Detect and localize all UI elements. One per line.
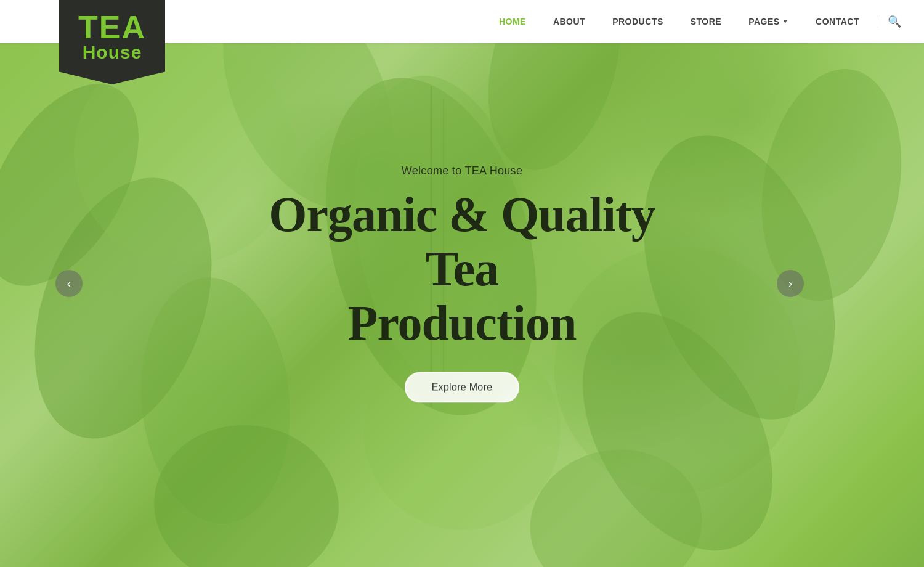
explore-more-button[interactable]: Explore More [405,372,520,403]
nav-item-contact[interactable]: CONTACT [802,0,873,43]
logo-tea: TEA [78,11,146,43]
carousel-next-button[interactable]: › [777,270,804,297]
search-icon: 🔍 [888,15,901,28]
nav-item-home[interactable]: HOME [485,0,540,43]
logo[interactable]: TEA House [59,0,165,84]
hero-title: Organic & Quality Tea Production [246,187,678,350]
logo-house: House [83,43,142,62]
nav-item-products[interactable]: PRODUCTS [599,0,677,43]
nav-item-pages[interactable]: PAGES ▼ [735,0,802,43]
hero-title-line2: Production [348,296,577,350]
hero-welcome-text: Welcome to TEA House [246,165,678,177]
nav-item-about[interactable]: ABOUT [540,0,599,43]
main-nav: HOME ABOUT PRODUCTS STORE PAGES ▼ CONTAC… [485,0,924,43]
hero-title-line1: Organic & Quality Tea [269,187,655,296]
site-header: TEA House HOME ABOUT PRODUCTS STORE PAGE… [0,0,924,43]
chevron-left-icon: ‹ [67,277,71,290]
chevron-right-icon: › [788,277,792,290]
nav-divider [878,15,878,28]
nav-item-store[interactable]: STORE [677,0,735,43]
chevron-down-icon: ▼ [782,0,788,43]
hero-content: Welcome to TEA House Organic & Quality T… [246,165,678,403]
search-button[interactable]: 🔍 [883,10,906,33]
hero-section: Welcome to TEA House Organic & Quality T… [0,0,924,567]
carousel-prev-button[interactable]: ‹ [55,270,83,297]
